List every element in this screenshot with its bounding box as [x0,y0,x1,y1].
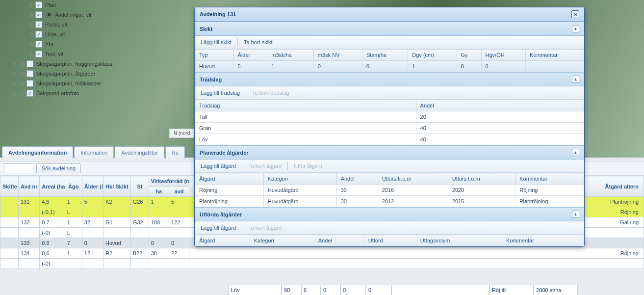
layer-checkbox[interactable]: ✓ [35,31,42,38]
tab-avdelningsinformation[interactable]: Avdelningsinformation [2,146,73,159]
col-header[interactable]: Ägo [65,176,82,197]
collapse-icon[interactable]: ▲ [572,149,579,156]
section-header-tradslag[interactable]: Trädslag▲ [195,72,584,86]
layer-row[interactable]: ▧✓Text, vit [2,49,180,59]
action-button[interactable]: Lägg till skikt [199,38,233,46]
col-header[interactable]: Virkesförråd (m3sk) [149,176,189,187]
col-header[interactable]: Gy [457,50,481,61]
search-input[interactable] [4,163,33,173]
table-row[interactable]: Huvud5100100 [195,61,584,72]
tab-avdelningsfilter[interactable]: Avdelningsfilter [115,146,164,159]
tab-ra[interactable]: Ra [165,146,185,159]
table-row[interactable]: RöjningHuvudåtgärd3020162020Röjning [195,185,584,196]
col-header[interactable]: Kommentar [525,50,584,61]
layer-row[interactable]: ▧✓Punkt, vit [2,20,180,29]
col-header[interactable]: Ålder (år) [82,176,103,197]
col-header[interactable]: Andel [314,235,364,246]
col-header[interactable]: Utförd [364,235,416,246]
table-row[interactable]: Löv40 [195,134,584,145]
cell: 40 [416,123,584,134]
col-header[interactable]: Areal (ha) [40,176,65,197]
table-row[interactable]: PlantröjningHuvudåtgärd3020122015Plantrö… [195,196,584,207]
col-header[interactable]: Kommentar [502,235,584,246]
layer-checkbox[interactable] [26,60,33,67]
action-button[interactable]: Lägg till åtgärd [199,224,238,232]
col-header[interactable]: Skifte [0,176,19,197]
col-header[interactable]: Utförs t.o.m [448,173,515,185]
layer-checkbox[interactable]: ✓ [35,51,42,57]
layer-checkbox[interactable] [26,70,33,77]
table-row[interactable]: 1340,6112R2B223822Röjning [0,248,644,259]
tab-information[interactable]: Information [74,146,114,159]
layer-checkbox[interactable]: ✓ [35,11,42,18]
expand-icon[interactable]: ⊞ [11,80,19,87]
table-row[interactable]: (-0) [0,259,644,269]
cell: 30 [336,196,378,207]
section-header-planerade[interactable]: Planerade åtgärder▲ [195,145,584,160]
table-row[interactable]: Tall20 [195,111,584,123]
dialog-title-bar[interactable]: Avdelning 131✕ [195,7,584,22]
section-header-utforda[interactable]: Utförda åtgärder▲ [195,207,584,221]
layer-row[interactable]: ▧✓Linje, vit [2,29,180,39]
cell [65,259,82,269]
search-button[interactable]: Sök avdelning [36,163,81,173]
close-icon[interactable]: ✕ [571,10,579,18]
action-button[interactable]: Lägg till trädslag [199,89,242,97]
layer-checkbox[interactable]: ✓ [35,1,42,8]
col-header[interactable]: Hkl Skikt [103,176,131,197]
expand-icon[interactable] [20,50,27,58]
cell [391,285,489,295]
layer-label: Skogsägarplan, åtgärder [36,71,95,77]
collapse-icon[interactable]: ▲ [572,211,579,218]
col-header[interactable]: Utförs fr.o.m [378,173,448,185]
col-header[interactable]: Dgv (cm) [408,50,457,61]
col-header[interactable]: Andel [336,173,378,185]
section-header-skikt[interactable]: Skikt▲ [195,22,584,36]
layer-row[interactable]: ▧✓Avdelningar, vit [2,10,180,20]
col-header[interactable]: Typ [195,50,234,61]
table-row[interactable]: Gran40 [195,123,584,134]
action-button[interactable]: Ta bort skikt [242,38,275,46]
col-header[interactable]: Åtgärd [195,235,250,246]
layer-row[interactable]: ⊞▧Skogsägarplan, målklasser [2,79,180,88]
collapse-icon[interactable]: ▲ [572,25,579,32]
col-header[interactable]: Åtgärd [195,173,264,185]
layer-row[interactable]: ▧✓Plan [2,0,180,10]
expand-icon[interactable] [20,30,27,38]
col-header[interactable]: Avd nr [19,176,40,197]
layer-checkbox[interactable]: ✓ [35,21,42,28]
layer-row[interactable]: ⊞▧Skogsägarplan, huggningsklass [2,59,180,69]
layer-label: Text, vit [45,51,63,57]
expand-icon[interactable] [20,40,27,48]
expand-icon[interactable] [20,1,27,9]
col-subheader[interactable]: ha [149,187,169,197]
col-header[interactable]: Trädslag [195,100,416,111]
col-header[interactable]: Uttagsvolym [416,235,502,246]
collapse-icon[interactable]: ▲ [572,76,579,83]
col-subheader[interactable]: avd [169,187,189,197]
col-header[interactable]: SI [130,176,149,197]
cell: 1 [267,61,313,72]
expand-icon[interactable]: ⊞ [11,89,19,97]
action-button[interactable]: Lägg till åtgärd [199,162,238,170]
layer-radio[interactable] [46,12,52,18]
layer-checkbox[interactable]: ✓ [35,41,42,48]
col-header[interactable]: Andel [416,100,584,111]
layer-row[interactable]: ⊞▧Skogsägarplan, åtgärder [2,69,180,79]
layer-checkbox[interactable]: ✓ [26,90,33,97]
layer-row[interactable]: ▧✓Yta [2,39,180,49]
col-header[interactable]: Kategori [263,173,336,185]
col-header[interactable]: Kommentar [515,173,584,185]
col-header[interactable]: Kategori [250,235,314,246]
col-header[interactable]: m3sk/ha [267,50,313,61]
expand-icon[interactable] [20,21,27,28]
col-header[interactable]: Ålder [233,50,267,61]
layer-checkbox[interactable] [26,80,33,87]
expand-icon[interactable]: ⊞ [11,70,19,78]
expand-icon[interactable]: ⊞ [11,60,19,68]
expand-icon[interactable] [20,11,27,19]
col-header[interactable]: m3sk NV [313,50,362,61]
layer-row[interactable]: ⊞▧✓Bakgrund ortofoto [2,88,180,98]
col-header[interactable]: Hgv/ÖH [481,50,525,61]
col-header[interactable]: Stam/ha [362,50,408,61]
